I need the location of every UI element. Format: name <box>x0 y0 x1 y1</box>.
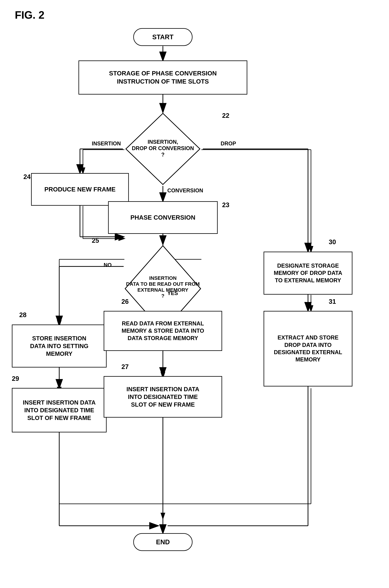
node-27: INSERT INSERTION DATAINTO DESIGNATED TIM… <box>104 376 222 417</box>
svg-text:DROP OR CONVERSION: DROP OR CONVERSION <box>132 145 194 151</box>
node-30-label: 30 <box>329 238 336 246</box>
node-24-label: 24 <box>23 173 31 180</box>
svg-text:INSERTION: INSERTION <box>149 275 176 281</box>
svg-text:?: ? <box>162 293 164 299</box>
node-29: INSERT INSERTION DATAINTO DESIGNATED TIM… <box>12 388 107 432</box>
start-node: START <box>133 28 193 46</box>
node-23: PHASE CONVERSION <box>108 201 218 234</box>
yes-label: YES <box>167 290 178 296</box>
svg-text:EXTERNAL MEMORY: EXTERNAL MEMORY <box>137 287 188 293</box>
node-24: PRODUCE NEW FRAME <box>31 173 129 206</box>
node-28: STORE INSERTIONDATA INTO SETTINGMEMORY <box>12 324 107 368</box>
insertion-label: INSERTION <box>92 140 121 147</box>
svg-text:DATA TO BE READ OUT FROM: DATA TO BE READ OUT FROM <box>126 281 200 287</box>
node-26: READ DATA FROM EXTERNALMEMORY & STORE DA… <box>104 311 222 351</box>
node-27-label: 27 <box>121 363 129 371</box>
node-28-label: 28 <box>19 311 27 319</box>
node-30: DESIGNATE STORAGEMEMORY OF DROP DATATO E… <box>263 252 353 295</box>
node-31: EXTRACT AND STOREDROP DATA INTODESIGNATE… <box>263 311 353 386</box>
node-25-label: 25 <box>92 237 99 244</box>
conversion-label: CONVERSION <box>167 187 203 194</box>
fig-label: FIG. 2 <box>15 9 44 21</box>
node-22-label: 22 <box>222 112 229 119</box>
svg-text:INSERTION,: INSERTION, <box>148 139 178 145</box>
node-26-label: 26 <box>121 298 129 305</box>
end-node: END <box>133 533 193 551</box>
no-label: NO <box>104 262 112 268</box>
drop-label: DROP <box>221 140 236 147</box>
node-22-diamond: INSERTION, DROP OR CONVERSION ? <box>124 112 201 186</box>
node-21: STORAGE OF PHASE CONVERSIONINSTRUCTION O… <box>78 61 247 95</box>
node-29-label: 29 <box>12 375 19 382</box>
node-23-label: 23 <box>222 201 229 209</box>
svg-text:?: ? <box>161 152 164 158</box>
node-31-label: 31 <box>329 298 336 305</box>
diagram-container: FIG. 2 <box>0 0 389 588</box>
